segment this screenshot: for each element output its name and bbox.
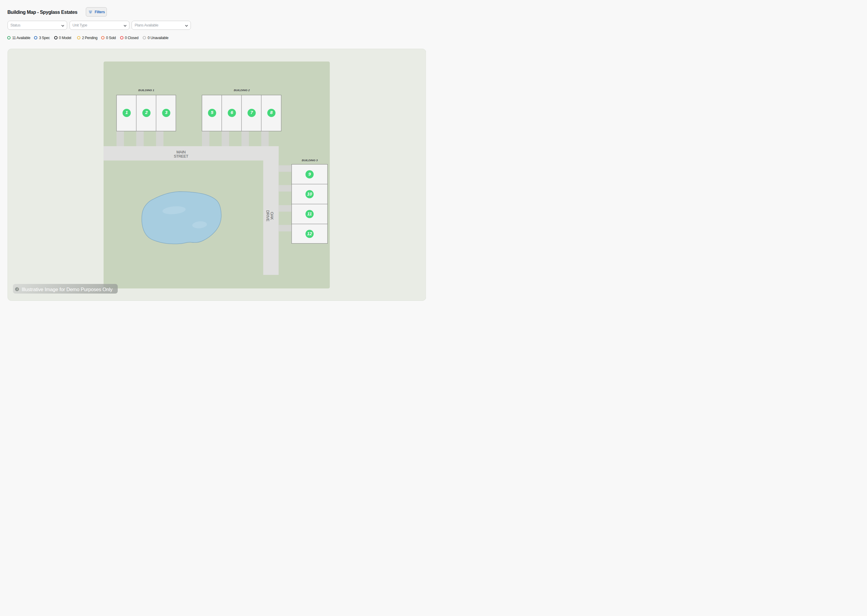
svg-text:2: 2 xyxy=(145,110,148,115)
svg-text:DRIVE: DRIVE xyxy=(265,210,270,222)
svg-text:10: 10 xyxy=(307,191,312,196)
svg-text:12: 12 xyxy=(307,231,312,236)
svg-text:3: 3 xyxy=(165,110,167,115)
svg-text:MAIN: MAIN xyxy=(177,150,186,154)
svg-text:6: 6 xyxy=(230,110,233,115)
svg-text:BUILDING 1: BUILDING 1 xyxy=(138,88,154,92)
svg-text:BUILDING 2: BUILDING 2 xyxy=(233,88,250,92)
svg-text:8: 8 xyxy=(270,110,273,115)
svg-text:5: 5 xyxy=(211,110,213,115)
svg-text:9: 9 xyxy=(308,171,311,176)
svg-text:STREET: STREET xyxy=(174,154,188,159)
svg-text:11: 11 xyxy=(307,211,312,216)
svg-text:7: 7 xyxy=(250,110,253,115)
svg-text:OAK: OAK xyxy=(270,212,274,220)
svg-text:BUILDING 3: BUILDING 3 xyxy=(302,159,318,162)
svg-text:1: 1 xyxy=(125,110,128,115)
